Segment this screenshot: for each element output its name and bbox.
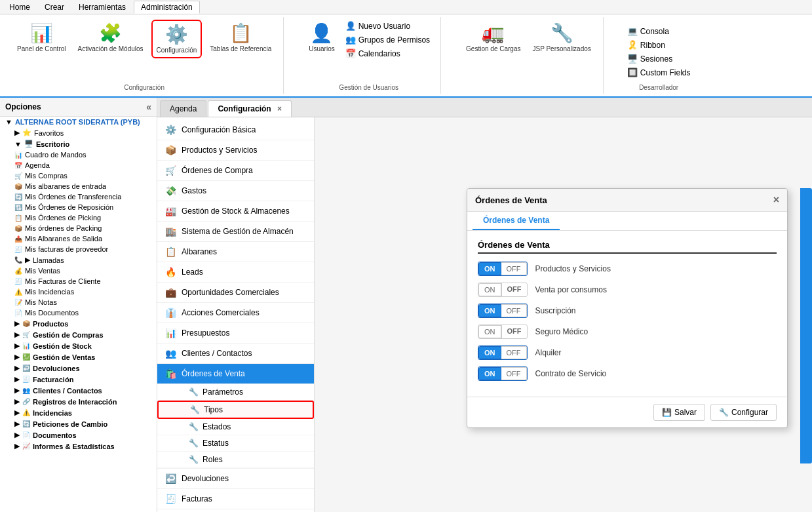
sidebar-item-albaranes-entrada[interactable]: 📦Mis albaranes de entrada [9,181,157,191]
sidebar-item-favoritos[interactable]: ▶ ⭐ Favoritos [0,127,157,138]
config-item-clientes[interactable]: 👥 Clientes / Contactos [157,344,314,364]
config-item-productos[interactable]: 📦 Productos y Servicios [157,140,314,161]
toggle-productos[interactable]: ON OFF [478,262,528,276]
sidebar-item-gestion-ventas[interactable]: ▶💹Gestión de Ventas [0,351,157,363]
modal-configure-btn[interactable]: 🔧 Configurar [710,404,777,421]
sidebar-item-ordenes-transferencia[interactable]: 🔄Mis Órdenes de Transferencia [9,191,157,202]
ribbon-btn-panel-control[interactable]: 📊 Panel de Control [13,20,70,56]
toggle-alquiler[interactable]: ON OFF [478,345,528,360]
modal-save-btn[interactable]: 💾 Salvar [653,404,705,421]
sidebar-item-cuadro[interactable]: 📊Cuadro de Mandos [9,149,157,160]
ribbon-btn-sesiones[interactable]: 🖥️ Sesiones [625,52,693,65]
config-item-ordenes-compra[interactable]: 🛒 Órdenes de Compra [157,161,314,181]
modal-tab-ordenes-venta[interactable]: Órdenes de Venta [473,212,560,230]
sidebar-item-llamadas[interactable]: 📞 ▶ Llamadas [9,254,157,266]
sidebar-item-documentos-main[interactable]: ▶📄Documentos [0,429,157,441]
config-item-facturas[interactable]: 🧾 Facturas [157,489,314,509]
menu-administracion[interactable]: Administración [134,1,200,14]
ribbon-small-group-dev: 💻 Consola 🎗️ Ribbon 🖥️ Sesiones 🔲 Custom… [625,25,693,79]
sidebar-item-ordenes-reposicion[interactable]: 🔃Mis Órdenes de Reposición [9,202,157,212]
sidebar-item-facturacion[interactable]: ▶🧾Facturación [0,374,157,385]
menu-home[interactable]: Home [3,1,37,13]
config-item-pagos[interactable]: 💳 Pagos [157,509,314,512]
sidebar-item-productos[interactable]: ▶📦Productos [0,318,157,329]
sidebar-item-informes[interactable]: ▶📈Informes & Estadísticas [0,441,157,452]
acciones-icon: 👔 [165,307,176,318]
presupuestos-label: Presupuestos [182,328,229,338]
sidebar-collapse-btn[interactable]: « [146,102,151,112]
config-item-devoluciones[interactable]: ↩️ Devoluciones [157,469,314,489]
subitem-roles[interactable]: 🔧 Roles [157,452,314,468]
menu-crear[interactable]: Crear [38,1,71,13]
config-item-stock-almacenes[interactable]: 🏭 Gestión de Stock & Almacenes [157,201,314,222]
tabs-bar: Agenda Configuración × [157,98,812,117]
menu-herramientas[interactable]: Herramientas [72,1,132,13]
subitem-estatus[interactable]: 🔧 Estatus [157,435,314,452]
config-item-ordenes-venta[interactable]: 🛍️ Órdenes de Venta [157,364,314,384]
tab-configuracion[interactable]: Configuración × [208,100,292,117]
toggle-suscripcion[interactable]: ON OFF [478,304,528,318]
ribbon-btn-custom-fields[interactable]: 🔲 Custom Fields [625,66,693,79]
ribbon-btn-consola[interactable]: 💻 Consola [625,25,693,37]
modal-footer: 💾 Salvar 🔧 Configurar [467,397,787,427]
config-item-sistema-gestion[interactable]: 🏬 Sistema de Gestión de Almacén [157,222,314,242]
ribbon-btn-calendarios[interactable]: 📅 Calendarios [343,47,433,60]
config-item-leads[interactable]: 🔥 Leads [157,262,314,283]
sidebar-item-mis-compras[interactable]: 🛒Mis Compras [9,170,157,181]
parametros-label: Parámetros [203,387,243,397]
ribbon-btn-gestion-cargas[interactable]: 🚛 Gestion de Cargas [462,20,524,56]
toggle-contrato[interactable]: ON OFF [478,366,528,381]
ribbon-btn-tablas[interactable]: 📋 Tablas de Referencia [206,20,275,56]
ribbon-btn-nuevo-usuario[interactable]: 👤 Nuevo Usuario [343,20,433,32]
jsp-icon: 🔧 [551,22,572,43]
ribbon-btn-usuarios[interactable]: 👤 Usuarios [305,20,338,56]
subitem-estados[interactable]: 🔧 Estados [157,419,314,435]
configuracion-icon: ⚙️ [166,24,187,45]
blue-edge [800,188,812,463]
sidebar-item-gestion-stock[interactable]: ▶📊Gestión de Stock [0,340,157,351]
sidebar-item-documentos-escrit[interactable]: 📄Mis Documentos [9,307,157,318]
subitem-tipos[interactable]: 🔧 Tipos [157,401,314,419]
config-item-albaranes[interactable]: 📋 Albaranes [157,242,314,262]
calendarios-icon: 📅 [345,49,356,58]
sidebar-item-packing[interactable]: 📦Mis órdenes de Packing [9,223,157,233]
devoluciones-label: Devoluciones [182,474,229,483]
toggle-venta[interactable]: ON OFF [478,283,528,297]
sidebar-item-notas[interactable]: 📝Mis Notas [9,297,157,307]
config-item-presupuestos[interactable]: 📊 Presupuestos [157,323,314,344]
escritorio-label: Escritorio [36,140,69,148]
sidebar-item-facturas-proveedor[interactable]: 🧾Mis facturas de proveedor [9,244,157,254]
usuarios-icon: 👤 [311,22,332,43]
sidebar-item-albaranes-salida[interactable]: 📤Mis Albaranes de Salida [9,233,157,244]
sidebar-item-facturas-cliente[interactable]: 🧾Mis Facturas de Cliente [9,276,157,286]
calendarios-label: Calendarios [358,49,400,58]
modal-close-btn[interactable]: × [773,194,779,206]
sidebar-item-registros[interactable]: ▶🔗Registros de Interacción [0,396,157,407]
ribbon-btn-jsp[interactable]: 🔧 JSP Personalizados [528,20,594,56]
toggle-on-label-1: ON [478,283,501,296]
toggle-seguro[interactable]: ON OFF [478,325,528,339]
sidebar-item-gestion-compras[interactable]: ▶🛒Gestión de Compras [0,329,157,340]
ribbon-btn-configuracion[interactable]: ⚙️ Configuración [151,20,203,58]
sidebar-item-picking[interactable]: 📋Mis Órdenes de Picking [9,212,157,223]
tab-configuracion-close[interactable]: × [277,104,282,113]
sidebar-item-devoluciones[interactable]: ▶↩️Devoluciones [0,363,157,374]
config-item-basica[interactable]: ⚙️ Configuración Básica [157,120,314,140]
subitem-parametros[interactable]: 🔧 Parámetros [157,384,314,401]
sidebar-item-peticiones-cambio[interactable]: ▶🔄Peticiones de Cambio [0,418,157,429]
sidebar-item-escritorio[interactable]: ▼ 🖥️ Escritorio [0,138,157,149]
sidebar-item-incidencias-main[interactable]: ▶⚠️Incidencias [0,407,157,418]
sidebar-item-clientes-contactos[interactable]: ▶👥Clientes / Contactos [0,385,157,396]
tab-agenda[interactable]: Agenda [160,100,206,117]
sidebar-item-incidencias[interactable]: ⚠️Mis Incidencias [9,286,157,297]
config-item-gastos[interactable]: 💸 Gastos [157,181,314,201]
toggle-on-label-5: ON [478,367,501,380]
ribbon-btn-grupos[interactable]: 👥 Grupos de Permisos [343,33,433,46]
sidebar-item-agenda[interactable]: 📅Agenda [9,160,157,170]
ribbon-btn-activacion[interactable]: 🧩 Activación de Módulos [74,20,147,56]
ribbon-btn-ribbon[interactable]: 🎗️ Ribbon [625,39,693,51]
config-item-acciones[interactable]: 👔 Acciones Comerciales [157,303,314,323]
sidebar-item-mis-ventas[interactable]: 💰Mis Ventas [9,266,157,276]
tree-root-item[interactable]: ▼ ALTERNAE ROOT SIDERATTA (PYB) [0,117,157,127]
config-item-oportunidades[interactable]: 💼 Oportunidades Comerciales [157,283,314,303]
